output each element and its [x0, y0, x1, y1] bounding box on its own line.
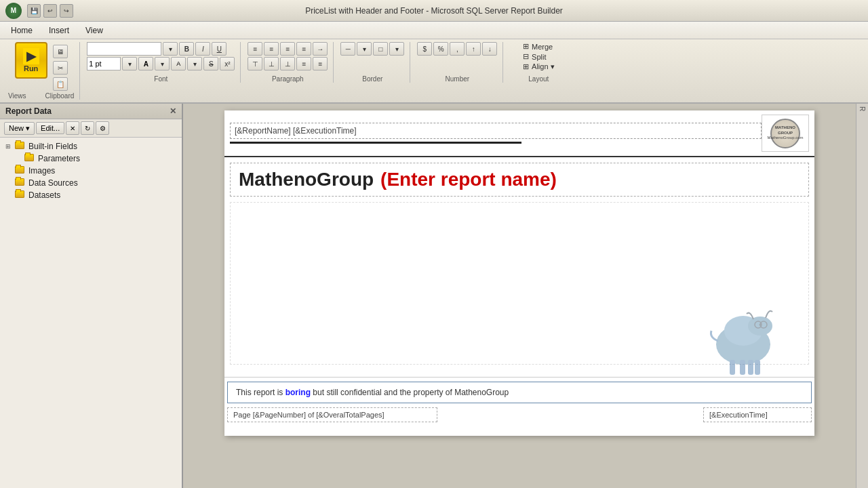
svg-rect-9: [755, 360, 760, 375]
save-icon[interactable]: 💾: [27, 4, 41, 18]
title-bar: M 💾 ↩ ↪ PriceList with Header and Footer…: [0, 0, 868, 22]
report-header: [&ReportName] [&ExecutionTime] MATHENOGR…: [224, 110, 814, 157]
panel-toolbar: New ▾ Edit... ✕ ↻ ⚙: [0, 119, 182, 138]
tree-label-params: Parameters: [38, 154, 80, 163]
panel-header: Report Data ✕: [0, 104, 182, 119]
valign-mid-btn[interactable]: ⊥: [264, 57, 279, 70]
align-center-btn[interactable]: ≡: [264, 42, 279, 56]
font-label-text: Font: [154, 75, 167, 83]
comma-btn[interactable]: ,: [450, 42, 465, 56]
footer-prefix: This report is: [236, 388, 285, 397]
views-label-text: Views: [8, 92, 26, 100]
tree-item-parameters[interactable]: Parameters: [0, 152, 182, 165]
align-left-btn[interactable]: ≡: [248, 42, 262, 56]
svg-rect-7: [740, 360, 745, 375]
new-btn[interactable]: New ▾: [4, 122, 35, 135]
tree-item-builtin[interactable]: ⊞ Built-in Fields: [0, 140, 182, 152]
decrease-dec-btn[interactable]: ↓: [482, 42, 497, 56]
views-btn2[interactable]: ✂: [53, 61, 68, 75]
highlight-btn[interactable]: A: [171, 57, 186, 70]
merge-btn[interactable]: ⊞ Merge: [523, 42, 555, 51]
valign-bot-btn[interactable]: ⊥: [280, 57, 295, 70]
split-btn[interactable]: ⊟ Split: [523, 52, 555, 61]
list-btn[interactable]: ≡: [296, 57, 311, 70]
right-panel: R: [856, 104, 868, 488]
ribbon: ▶ Run 🖥 ✂ 📋 Views Clipboard ▾ B: [0, 39, 868, 104]
border-label-text: Border: [362, 75, 382, 83]
folder-icon-builtin: [15, 142, 26, 151]
folder-icon-datasources: [15, 178, 26, 188]
report-footer: This report is boring but still confiden…: [224, 377, 814, 422]
footer-suffix: but still confidential and the property …: [313, 388, 509, 397]
paste-icon-btn[interactable]: 📋: [53, 77, 68, 91]
font-color-dropdown[interactable]: ▾: [155, 57, 170, 70]
tree-view: ⊞ Built-in Fields Parameters: [0, 138, 182, 488]
tree-item-datasets[interactable]: Datasets: [0, 189, 182, 201]
footer-row2: Page [&PageNumber] of [&OveralTotalPages…: [227, 407, 812, 422]
header-text-box[interactable]: [&ReportName] [&ExecutionTime]: [230, 123, 762, 139]
footer-bold: boring: [285, 388, 311, 397]
menu-view[interactable]: View: [77, 24, 111, 37]
strikethrough-btn[interactable]: S: [203, 57, 218, 70]
align-right-btn[interactable]: ≡: [280, 42, 295, 56]
footer-exec-box[interactable]: [&ExecutionTime]: [703, 407, 812, 422]
svg-point-5: [760, 324, 762, 326]
font-color-btn[interactable]: A: [138, 57, 153, 70]
font-size-value: 1 pt: [89, 60, 101, 68]
folder-icon-params: [24, 154, 35, 163]
superscript-btn[interactable]: x²: [220, 57, 235, 70]
list-num-btn[interactable]: ≡: [313, 57, 328, 70]
tree-item-datasources[interactable]: Data Sources: [0, 177, 182, 189]
expand-icon-builtin: ⊞: [5, 143, 15, 150]
highlight-dropdown[interactable]: ▾: [187, 57, 202, 70]
run-button[interactable]: ▶ Run: [15, 42, 47, 79]
header-text: [&ReportName] [&ExecutionTime]: [235, 126, 357, 136]
italic-btn[interactable]: I: [195, 42, 210, 56]
tree-item-images[interactable]: Images: [0, 165, 182, 177]
folder-icon-datasets: [15, 190, 26, 200]
footer-page-box[interactable]: Page [&PageNumber] of [&OveralTotalPages…: [227, 407, 437, 422]
header-divider: [230, 142, 521, 144]
align-justify-btn[interactable]: ≡: [296, 42, 311, 56]
undo-icon[interactable]: ↩: [43, 4, 57, 18]
footer-text-box[interactable]: This report is boring but still confiden…: [227, 382, 812, 403]
font-name-dropdown[interactable]: [87, 42, 161, 56]
font-dropdown-btn[interactable]: ▾: [163, 42, 178, 56]
percent-btn[interactable]: %: [433, 42, 448, 56]
valign-top-btn[interactable]: ⊤: [248, 57, 262, 70]
logo-circle: MATHENOGROUPMathenoGroup.com: [770, 119, 800, 148]
border-dropdown[interactable]: ▾: [389, 42, 404, 56]
font-size-dropdown[interactable]: 1 pt: [87, 57, 121, 70]
views-btn1[interactable]: 🖥: [53, 45, 68, 58]
font-size-dropdown-btn[interactable]: ▾: [122, 57, 137, 70]
bold-btn[interactable]: B: [179, 42, 194, 56]
border-style-btn[interactable]: ─: [340, 42, 355, 56]
menu-insert[interactable]: Insert: [41, 24, 77, 37]
refresh-btn[interactable]: ↻: [81, 121, 94, 135]
align-btn[interactable]: ⊞ Align ▾: [523, 62, 555, 71]
canvas-area[interactable]: [&ReportName] [&ExecutionTime] MATHENOGR…: [183, 104, 856, 488]
folder-icon-images: [15, 166, 26, 176]
edit-btn[interactable]: Edit...: [36, 122, 64, 134]
border-width-btn[interactable]: □: [373, 42, 388, 56]
merge-label: Merge: [532, 43, 553, 51]
left-panel: Report Data ✕ New ▾ Edit... ✕ ↻ ⚙ ⊞ Buil…: [0, 104, 183, 488]
border-color-btn[interactable]: ▾: [357, 42, 372, 56]
menu-home[interactable]: Home: [3, 24, 41, 37]
indent-btn[interactable]: →: [313, 42, 328, 56]
window-title: PriceList with Header and Footer - Micro…: [305, 6, 563, 16]
currency-btn[interactable]: $: [417, 42, 432, 56]
main-layout: Report Data ✕ New ▾ Edit... ✕ ↻ ⚙ ⊞ Buil…: [0, 104, 868, 488]
align-icon: ⊞: [523, 62, 529, 71]
properties-btn[interactable]: ⚙: [96, 121, 109, 135]
header-logo: MATHENOGROUPMathenoGroup.com: [762, 115, 809, 152]
new-label: New ▾: [9, 124, 30, 133]
underline-btn[interactable]: U: [212, 42, 226, 56]
increase-dec-btn[interactable]: ↑: [466, 42, 481, 56]
redo-icon[interactable]: ↪: [60, 4, 73, 18]
panel-close-btn[interactable]: ✕: [170, 106, 176, 116]
tree-label-builtin: Built-in Fields: [28, 142, 77, 151]
delete-btn[interactable]: ✕: [66, 121, 79, 135]
bison-watermark: [706, 293, 781, 382]
report-title-box[interactable]: MathenoGroup (Enter report name): [230, 163, 809, 197]
